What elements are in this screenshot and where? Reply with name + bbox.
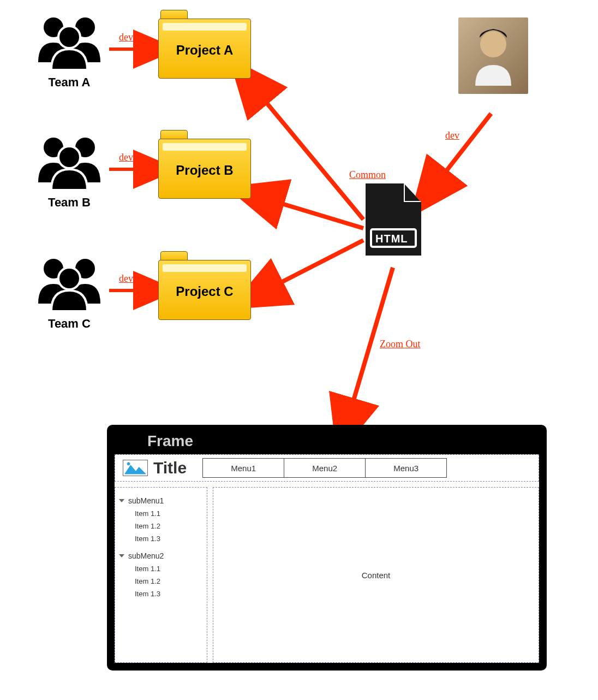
frame-inner: Title Menu1 Menu2 Menu3 subMenu1 Item 1.… [115,454,539,663]
chevron-down-icon [118,497,125,504]
frame-header: Title Menu1 Menu2 Menu3 [115,454,539,482]
html-file-icon: HTML [363,181,423,258]
dev-label-a: dev [119,32,133,43]
folder-project-b: Project B [158,130,251,200]
frame-title: Frame [147,432,193,450]
submenu-2-header[interactable]: subMenu2 [118,551,204,560]
submenu-2-label: subMenu2 [128,551,164,560]
submenu-2-item-2[interactable]: Item 1.2 [135,577,204,585]
common-label: Common [349,169,386,181]
menu-item-3[interactable]: Menu3 [365,458,447,478]
svg-point-17 [480,31,506,57]
submenu-2-item-1[interactable]: Item 1.1 [135,565,204,573]
page-title: Title [153,459,187,477]
person-icon [469,26,518,86]
frame-window: Frame Title Menu1 Menu2 Menu3 subMen [107,425,547,671]
svg-point-13 [58,146,80,168]
svg-point-16 [58,268,80,289]
folder-project-c: Project C [158,251,251,321]
sidebar: subMenu1 Item 1.1 Item 1.2 Item 1.3 subM… [115,487,207,663]
group-icon [34,13,105,73]
team-c-block: Team C [34,254,105,336]
folder-project-a: Project A [158,10,251,80]
chevron-down-icon [118,553,125,559]
project-b-label: Project B [158,163,251,178]
dev-label-b: dev [119,152,133,163]
dev-label-developer: dev [445,130,459,141]
svg-line-6 [436,114,491,183]
svg-marker-23 [119,554,124,557]
dev-label-c: dev [119,273,133,284]
svg-marker-22 [119,499,124,502]
content-pane: Content [213,487,539,663]
submenu-1-item-2[interactable]: Item 1.2 [135,522,204,530]
project-c-label: Project C [158,284,251,299]
project-a-label: Project A [158,43,251,58]
svg-point-10 [58,26,80,48]
menu-item-2[interactable]: Menu2 [284,458,366,478]
submenu-1-item-1[interactable]: Item 1.1 [135,509,204,518]
frame-body: subMenu1 Item 1.1 Item 1.2 Item 1.3 subM… [115,487,539,663]
svg-line-5 [267,240,363,289]
submenu-1-label: subMenu1 [128,496,164,505]
team-b-label: Team B [34,195,105,210]
content-label: Content [362,571,391,580]
zoom-out-label: Zoom Out [380,339,421,350]
group-icon [34,133,105,193]
menu-item-1[interactable]: Menu1 [202,458,284,478]
logo-icon [123,460,148,476]
developer-photo [458,17,528,94]
menu-row: Menu1 Menu2 Menu3 [203,458,447,478]
svg-point-21 [127,462,130,465]
submenu-1-header[interactable]: subMenu1 [118,496,204,505]
group-icon [34,254,105,315]
team-a-block: Team A [34,13,105,95]
html-badge-text: HTML [375,233,408,245]
team-b-block: Team B [34,133,105,215]
submenu-2-item-3[interactable]: Item 1.3 [135,590,204,598]
team-a-label: Team A [34,75,105,90]
team-c-label: Team C [34,317,105,331]
submenu-1-item-3[interactable]: Item 1.3 [135,535,204,543]
